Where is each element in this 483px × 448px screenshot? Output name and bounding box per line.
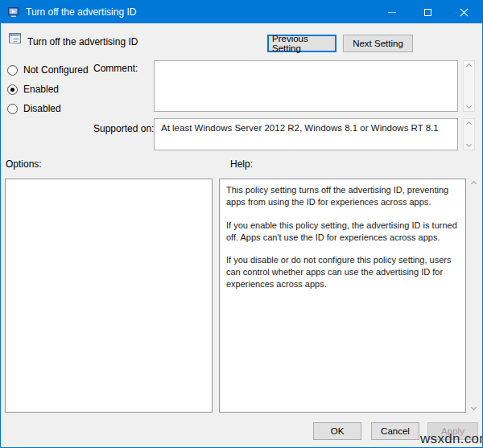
help-scrollbar [468,179,480,413]
apply-button[interactable]: Apply [427,422,478,440]
scroll-down-icon[interactable] [466,103,472,109]
radio-label-not-configured: Not Configured [23,64,89,76]
radio-enabled[interactable]: Enabled [7,84,59,95]
minimize-icon [388,12,396,13]
radio-circle-enabled [7,84,18,95]
radio-circle-not-configured [7,65,18,76]
maximize-button[interactable] [410,1,446,23]
previous-setting-button[interactable]: Previous Setting [267,35,336,52]
radio-label-enabled: Enabled [23,84,59,95]
radio-label-disabled: Disabled [23,103,61,114]
help-paragraph: If you enable this policy setting, the a… [226,220,459,244]
supported-on-scrollbar [463,118,475,150]
help-paragraph: If you disable or do not configure this … [226,254,459,290]
comment-field-container [154,60,458,112]
maximize-icon [424,9,431,16]
minimize-button[interactable] [374,1,410,23]
cancel-button[interactable]: Cancel [371,422,419,440]
radio-circle-disabled [7,104,18,114]
window-controls [374,1,482,23]
scroll-down-icon[interactable] [471,405,477,410]
supported-on-label: Supported on: [93,123,154,134]
close-icon [460,8,469,17]
help-label: Help: [230,158,253,170]
window-title: Turn off the advertising ID [26,6,136,18]
next-setting-button[interactable]: Next Setting [343,35,413,52]
scroll-up-icon[interactable] [471,181,477,187]
options-label: Options: [6,158,42,170]
help-paragraph: This policy setting turns off the advert… [226,184,459,208]
scroll-up-icon[interactable] [466,64,472,69]
comment-scrollbar [463,60,475,112]
radio-disabled[interactable]: Disabled [7,103,61,114]
ok-button[interactable]: OK [313,422,361,440]
scroll-up-icon[interactable] [466,121,472,127]
radio-not-configured[interactable]: Not Configured [7,64,89,76]
help-panel: This policy setting turns off the advert… [219,179,466,413]
titlebar: Turn off the advertising ID [1,1,482,23]
close-button[interactable] [446,1,482,23]
scroll-down-icon[interactable] [466,142,472,147]
comment-input[interactable] [155,61,457,111]
help-text: This policy setting turns off the advert… [220,179,465,306]
setting-name: Turn off the advertising ID [27,36,138,47]
supported-on-field: At least Windows Server 2012 R2, Windows… [154,118,458,150]
app-icon [7,6,20,18]
comment-label: Comment: [93,63,138,74]
policy-setting-icon [9,32,22,45]
policy-setting-dialog: Turn off the advertising ID Turn off the… [0,0,483,448]
supported-on-value: At least Windows Server 2012 R2, Windows… [155,119,457,137]
options-panel [5,179,213,413]
